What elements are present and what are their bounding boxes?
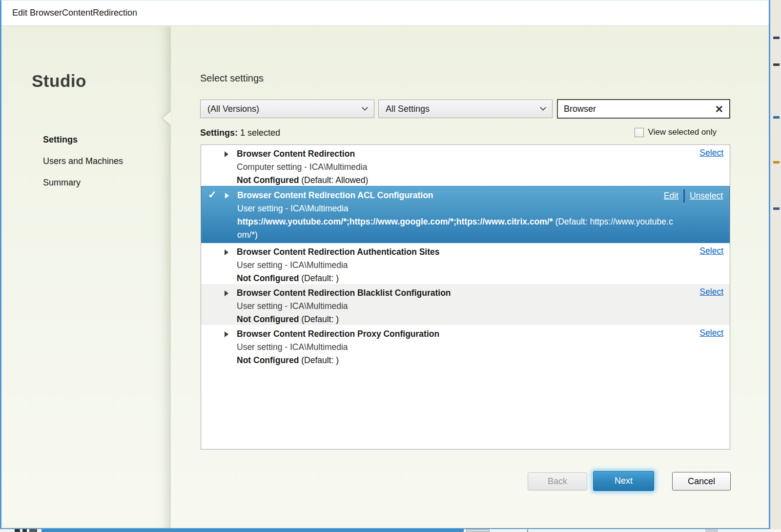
taskbar-fragment xyxy=(15,529,20,532)
taskbar-sliver xyxy=(0,529,781,532)
taskbar-fragment xyxy=(527,529,528,532)
sidebar-item-users-and-machines[interactable]: Users and Machines xyxy=(43,156,123,166)
clear-search-icon[interactable]: ✕ xyxy=(715,104,723,114)
background-fragment xyxy=(773,63,780,66)
setting-value: https://www.youtube.com/*;https://www.go… xyxy=(237,215,676,242)
taskbar-fragment xyxy=(466,529,490,532)
chevron-down-icon xyxy=(540,104,546,111)
setting-scope: User setting - ICA\Multimedia xyxy=(237,341,676,354)
expand-icon[interactable] xyxy=(225,290,228,296)
screen: Edit BrowserContentRedirection Studio Se… xyxy=(0,0,781,532)
version-dropdown[interactable]: (All Versions) xyxy=(200,100,374,118)
taskbar-fragment xyxy=(705,529,718,532)
background-fragment xyxy=(773,207,780,210)
expand-icon[interactable] xyxy=(225,193,229,199)
selection-summary: Settings: 1 selected xyxy=(200,128,280,138)
background-fragment xyxy=(773,161,780,164)
setting-scope: User setting - ICA\Multimedia xyxy=(237,300,676,313)
version-dropdown-value: (All Versions) xyxy=(207,104,259,114)
sidebar-item-settings[interactable]: Settings xyxy=(43,135,123,145)
setting-name: Browser Content Redirection Authenticati… xyxy=(237,246,676,259)
search-input[interactable] xyxy=(564,104,715,114)
expand-icon[interactable] xyxy=(225,331,228,337)
setting-row-acl-configuration-selected[interactable]: ✓ Browser Content Redirection ACL Config… xyxy=(201,186,730,243)
setting-row-proxy-configuration[interactable]: Browser Content Redirection Proxy Config… xyxy=(201,325,730,367)
taskbar-fragment xyxy=(22,529,27,532)
search-box[interactable]: ✕ xyxy=(557,99,730,119)
settings-list-panel: Browser Content Redirection Computer set… xyxy=(201,144,730,450)
expand-icon[interactable] xyxy=(225,151,228,157)
setting-value: Not Configured (Default: ) xyxy=(237,354,676,367)
select-link[interactable]: Select xyxy=(699,328,723,338)
edit-link[interactable]: Edit xyxy=(664,191,678,201)
setting-scope: Computer setting - ICA\Multimedia xyxy=(237,161,676,174)
background-window-sliver xyxy=(772,0,781,532)
setting-scope: User setting - ICA\Multimedia xyxy=(237,259,676,272)
setting-scope: User setting - ICA\Multimedia xyxy=(237,202,676,215)
studio-logo: Studio xyxy=(32,71,86,91)
setting-value: Not Configured (Default: ) xyxy=(237,313,676,326)
selection-summary-value: 1 selected xyxy=(240,128,280,138)
selection-summary-label: Settings: xyxy=(200,128,238,138)
back-button[interactable]: Back xyxy=(528,472,587,491)
taskbar-fragment xyxy=(41,529,464,532)
background-fragment xyxy=(773,37,780,39)
edit-policy-dialog: Edit BrowserContentRedirection Studio Se… xyxy=(0,0,770,530)
background-fragment xyxy=(773,116,780,119)
setting-value: Not Configured (Default: ) xyxy=(237,272,676,285)
wizard-steps: Settings Users and Machines Summary xyxy=(43,135,123,199)
select-link[interactable]: Select xyxy=(699,287,723,297)
setting-name: Browser Content Redirection xyxy=(237,147,676,161)
view-selected-only-label[interactable]: View selected only xyxy=(648,127,717,137)
setting-name: Browser Content Redirection Blacklist Co… xyxy=(237,286,676,300)
select-link[interactable]: Select xyxy=(699,246,723,256)
setting-row-authentication-sites[interactable]: Browser Content Redirection Authenticati… xyxy=(201,243,730,284)
setting-name: Browser Content Redirection ACL Configur… xyxy=(237,189,676,202)
select-link[interactable]: Select xyxy=(699,148,723,158)
next-button[interactable]: Next xyxy=(593,471,654,491)
taskbar-fragment xyxy=(29,529,37,532)
wizard-sidebar: Studio Settings Users and Machines Summa… xyxy=(1,26,171,529)
chevron-down-icon xyxy=(362,104,368,111)
view-selected-only-checkbox[interactable] xyxy=(635,128,644,137)
sidebar-item-summary[interactable]: Summary xyxy=(43,178,123,188)
active-step-notch xyxy=(163,111,171,125)
selected-check-icon: ✓ xyxy=(208,189,217,201)
unselect-link[interactable]: Unselect xyxy=(690,191,723,201)
dialog-titlebar: Edit BrowserContentRedirection xyxy=(1,0,769,26)
dialog-title: Edit BrowserContentRedirection xyxy=(12,8,137,18)
view-selected-only: View selected only xyxy=(635,127,717,137)
category-dropdown-value: All Settings xyxy=(386,104,430,114)
category-dropdown[interactable]: All Settings xyxy=(378,100,553,118)
setting-name: Browser Content Redirection Proxy Config… xyxy=(237,327,676,341)
page-title: Select settings xyxy=(200,73,264,84)
expand-icon[interactable] xyxy=(225,249,228,255)
setting-row-blacklist-configuration[interactable]: Browser Content Redirection Blacklist Co… xyxy=(201,284,730,325)
cancel-button[interactable]: Cancel xyxy=(672,472,731,491)
setting-row-browser-content-redirection[interactable]: Browser Content Redirection Computer set… xyxy=(201,145,730,186)
setting-value: Not Configured (Default: Allowed) xyxy=(237,174,676,187)
action-separator xyxy=(683,189,685,203)
